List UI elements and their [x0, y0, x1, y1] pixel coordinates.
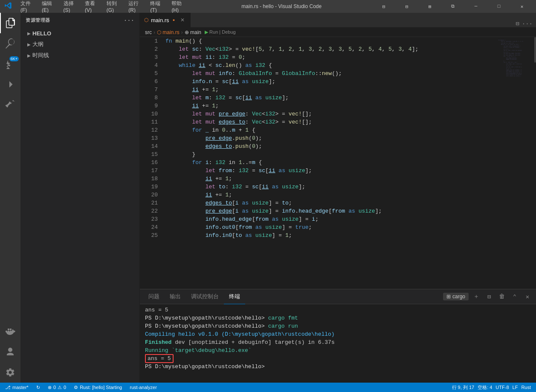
run-debug-icon[interactable] — [0, 74, 20, 95]
sidebar-item-outline[interactable]: ▶ 大纲 — [20, 39, 139, 50]
docker-icon[interactable] — [0, 321, 20, 342]
breadcrumb-src[interactable]: src — [145, 29, 152, 35]
panel-chevron-up-icon[interactable]: ⌃ — [510, 291, 520, 302]
line-num-22: 22 — [144, 207, 158, 215]
terminal-line-8: PS D:\mysetup\gopath\rustcode\hello> — [145, 363, 531, 371]
main-layout: 资源管理器 ··· ▶ HELLO ▶ 大纲 ▶ 时间线 ⬡ main.rs ●… — [0, 13, 536, 383]
menu-help[interactable]: 帮助(H) — [168, 0, 189, 14]
settings-icon[interactable] — [0, 362, 20, 383]
sidebar-more-icon[interactable]: ··· — [124, 17, 134, 24]
tab-label: main.rs — [151, 17, 169, 23]
code-line-18: ii += 1; — [165, 175, 498, 183]
code-line-17: let from: i32 = sc[ii as usize]; — [165, 167, 498, 175]
layout-icon[interactable]: ⊟ — [374, 0, 394, 13]
status-errors[interactable]: ⊗ 0 ⚠ 0 — [46, 383, 68, 392]
breadcrumb-symbol[interactable]: ⊕ main — [185, 29, 201, 35]
panel-terminal-icon: ⊞ — [446, 294, 451, 300]
run-debug-link[interactable]: ▶ Run | Debug — [205, 29, 236, 35]
panel-trash-icon[interactable]: 🗑 — [497, 291, 507, 302]
close-button[interactable]: ✕ — [512, 0, 532, 13]
status-sync[interactable]: ↻ — [35, 383, 42, 392]
maximize-button[interactable]: □ — [489, 0, 509, 13]
code-line-4: while ii < sc.len() as i32 { — [165, 61, 498, 69]
terminal-line-2: PS D:\mysetup\gopath\rustcode\hello> car… — [145, 314, 531, 322]
code-line-21: edges_to[i as usize] = to; — [165, 199, 498, 207]
status-branch[interactable]: ⎇ master* — [3, 383, 30, 392]
panel-tab-debug[interactable]: 调试控制台 — [186, 289, 224, 304]
status-line-ending[interactable]: LF — [511, 383, 520, 392]
panel-cargo-btn[interactable]: ⊞ cargo — [443, 293, 469, 300]
more-actions-icon[interactable]: ··· — [522, 20, 533, 27]
code-line-3: let mut ii: i32 = 0; — [165, 53, 498, 61]
terminal-finished-rest: dev [unoptimized + debuginfo] target(s) … — [175, 339, 334, 346]
code-line-10: let mut pre_edge: Vec<i32> = vec![]; — [165, 110, 498, 118]
minimap[interactable]: fn main() { let sc: Vec<i32> = vec![5, 7… — [498, 37, 536, 289]
line-num-3: 3 — [144, 53, 158, 61]
menu-goto[interactable]: 转到(G) — [103, 0, 125, 14]
panel-tab-terminal[interactable]: 终端 — [224, 289, 245, 304]
source-control-icon[interactable] — [0, 54, 20, 74]
panel-tab-problems-label: 问题 — [148, 293, 159, 300]
breadcrumb-file[interactable]: ⬡ main.rs — [157, 29, 180, 35]
code-line-16: for i: i32 in 1..=m { — [165, 159, 498, 167]
terminal-prompt-8: PS D:\mysetup\gopath\rustcode\hello> — [145, 363, 265, 370]
explorer-icon[interactable] — [0, 13, 20, 33]
code-line-8: let m: i32 = sc[ii as usize]; — [165, 94, 498, 102]
sidebar-item-timeline-label: 时间线 — [32, 52, 49, 59]
layout3-icon[interactable]: ⊞ — [420, 0, 440, 13]
menu-edit[interactable]: 编辑(E) — [38, 0, 59, 14]
line-num-13: 13 — [144, 134, 158, 142]
menu-bar: 文件(F) 编辑(E) 选择(S) 查看(V) 转到(G) 运行(R) 终端(T… — [17, 0, 189, 14]
line-num-9: 9 — [144, 102, 158, 110]
code-line-7: ii += 1; — [165, 86, 498, 94]
terminal-line-4: Compiling hello v0.1.0 (D:\mysetup\gopat… — [145, 330, 531, 338]
breadcrumb-sep2: › — [181, 29, 183, 35]
terminal-content[interactable]: ans = 5 PS D:\mysetup\gopath\rustcode\he… — [140, 304, 536, 383]
status-encoding[interactable]: UTF-8 — [494, 383, 510, 392]
code-line-24: info.out0[from as usize] = true; — [165, 223, 498, 231]
status-position[interactable]: 行 9, 列 17 — [450, 383, 476, 392]
status-analyzer[interactable]: rust-analyzer — [128, 383, 159, 392]
menu-run[interactable]: 运行(R) — [125, 0, 146, 14]
sidebar-item-hello-label: HELLO — [32, 30, 51, 37]
status-rust-info[interactable]: ⚙ Rust: [hello] Starting — [72, 383, 124, 392]
menu-terminal[interactable]: 终端(T) — [147, 0, 167, 14]
chevron-right-icon-3: ▶ — [27, 53, 31, 58]
layout2-icon[interactable]: ⊟ — [397, 0, 417, 13]
code-line-1: fn main() { — [165, 37, 498, 45]
sidebar-item-timeline[interactable]: ▶ 时间线 — [20, 50, 139, 61]
status-language-label: Rust — [521, 385, 531, 390]
panel-close-icon[interactable]: ✕ — [522, 291, 533, 302]
line-num-12: 12 — [144, 126, 158, 134]
status-spaces[interactable]: 空格: 4 — [476, 383, 494, 392]
terminal-line-3: PS D:\mysetup\gopath\rustcode\hello> car… — [145, 322, 531, 330]
panel-split-icon[interactable]: ⊟ — [484, 291, 494, 302]
panel-add-terminal-icon[interactable]: ＋ — [471, 291, 481, 302]
sidebar-item-hello[interactable]: ▶ HELLO — [20, 28, 139, 39]
file-icon: ⬡ — [144, 17, 148, 23]
panel-tab-problems[interactable]: 问题 — [143, 289, 165, 304]
search-icon[interactable] — [0, 33, 20, 54]
panel-tab-output[interactable]: 输出 — [165, 289, 186, 304]
code-content[interactable]: fn main() { let sc: Vec<i32> = vec![5, 7… — [161, 37, 498, 289]
menu-select[interactable]: 选择(S) — [60, 0, 81, 14]
window-title: main.rs - hello - Visual Studio Code — [189, 3, 374, 9]
split-editor-icon[interactable]: ⊟ — [516, 20, 519, 27]
line-num-2: 2 — [144, 45, 158, 53]
minimize-button[interactable]: ─ — [466, 0, 486, 13]
terminal-prompt-3: PS D:\mysetup\gopath\rustcode\hello> — [145, 323, 268, 329]
breadcrumb-sep1: › — [154, 29, 155, 35]
status-spaces-label: 空格: 4 — [478, 384, 492, 391]
minimap-slider[interactable] — [534, 37, 536, 63]
tab-close-icon[interactable]: ✕ — [179, 17, 186, 23]
tab-main-rs[interactable]: ⬡ main.rs ● ✕ — [140, 13, 191, 27]
menu-file[interactable]: 文件(F) — [17, 0, 38, 14]
extensions-icon[interactable] — [0, 95, 20, 115]
account-icon[interactable] — [0, 342, 20, 362]
menu-view[interactable]: 查看(V) — [81, 0, 102, 14]
terminal-line-7: ans = 5 — [145, 355, 531, 363]
split-icon[interactable]: ⧉ — [443, 0, 463, 13]
panel-tabs: 问题 输出 调试控制台 终端 ⊞ cargo ＋ ⊟ — [140, 289, 536, 304]
status-language[interactable]: Rust — [519, 383, 533, 392]
status-errors-count: 0 — [53, 385, 56, 390]
